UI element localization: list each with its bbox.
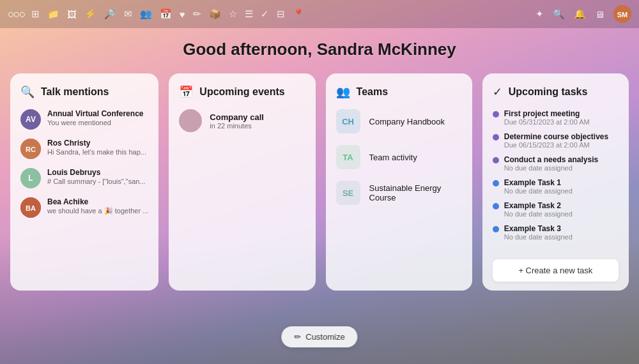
task-details: Example Task 1 No due date assigned [504,178,573,195]
calendar-icon[interactable]: 📅 [160,8,172,20]
activity-icon[interactable]: ⚡ [84,8,96,20]
upcoming-events-header: 📅 Upcoming events [179,85,305,99]
event-dot [179,109,202,132]
favorites-icon[interactable]: ♥ [180,9,185,20]
mention-name: Louis Debruys [47,168,148,177]
talk-mentions-title: Talk mentions [41,86,109,98]
team-name: Company Handbook [369,117,445,126]
task-name: Example Task 1 [504,178,573,187]
task-item[interactable]: Determine course objectives Due 06/15/20… [493,132,619,149]
mention-avatar: AV [20,109,41,130]
mention-text: Louis Debruys # Call summary - ["louis",… [47,168,148,185]
task-name: Example Task 2 [504,201,573,210]
task-name: First project meeting [504,109,590,118]
upcoming-tasks-header: ✓ Upcoming tasks [493,85,619,99]
contacts-icon[interactable]: 🖥 [595,9,604,20]
team-initials: SE [336,181,360,205]
task-name: Determine course objectives [504,132,608,141]
talk-mentions-header: 🔍 Talk mentions [20,85,148,99]
mention-name: Annual Virtual Conference [47,109,148,118]
ai-icon[interactable]: ✦ [535,8,544,20]
event-time: in 22 minutes [210,122,264,130]
task-due: No due date assigned [504,233,573,241]
task-dot [493,203,499,209]
task-item[interactable]: First project meeting Due 05/31/2023 at … [493,109,619,126]
event-details: Company call in 22 minutes [210,112,264,130]
mention-item[interactable]: RC Ros Christy Hi Sandra, let's make thi… [20,139,148,159]
apps-icon[interactable]: ⊞ [31,8,40,20]
task-details: Conduct a needs analysis No due date ass… [504,155,598,172]
teams-header: 👥 Teams [336,85,462,99]
cards-row: 🔍 Talk mentions AV Annual Virtual Confer… [0,73,639,291]
list-icon[interactable]: ☰ [245,8,253,20]
customize-button[interactable]: ✏ Customize [281,326,357,347]
greeting-heading: Good afternoon, Sandra McKinney [183,40,456,59]
maps-icon[interactable]: 📍 [293,8,305,20]
upcoming-events-title: Upcoming events [199,86,284,98]
upcoming-events-card: 📅 Upcoming events Company call in 22 min… [169,73,315,291]
teams-icon: 👥 [336,85,350,99]
mention-item[interactable]: BA Bea Achike we should have a 🎉 togethe… [20,197,148,218]
team-item[interactable]: CH Company Handbook [336,109,462,133]
team-item[interactable]: SE Sustainable Energy Course [336,181,462,205]
mention-preview: Hi Sandra, let's make this hap... [47,148,148,156]
upcoming-tasks-card: ✓ Upcoming tasks First project meeting D… [482,73,629,291]
files-icon[interactable]: 📁 [47,8,59,20]
task-dot [493,111,499,118]
mention-preview: we should have a 🎉 together ... [47,207,148,215]
task-item[interactable]: Example Task 1 No due date assigned [493,178,619,195]
customize-icon: ✏ [294,332,301,342]
mail-icon[interactable]: ✉ [124,8,132,20]
upcoming-tasks-title: Upcoming tasks [509,86,588,98]
task-item[interactable]: Example Task 2 No due date assigned [493,201,619,218]
svg-text:SM: SM [617,11,628,19]
user-avatar[interactable]: SM [613,5,631,23]
tasks-card-icon: ✓ [493,85,502,99]
search-nav-icon[interactable]: 🔎 [104,8,116,20]
grid-icon[interactable]: ⊟ [277,8,285,20]
navbar: ○○○ ⊞ 📁 🖼 ⚡ 🔎 ✉ 👥 📅 ♥ ✏ 📦 ☆ ☰ ✓ ⊟ 📍 ✦ 🔍 … [0,0,639,28]
mention-text: Annual Virtual Conference You were menti… [47,109,148,126]
teams-title: Teams [357,86,389,98]
task-due: Due 05/31/2023 at 2:00 AM [504,118,590,126]
main-content: Good afternoon, Sandra McKinney 🔍 Talk m… [0,28,639,291]
deck-icon[interactable]: 📦 [209,8,221,20]
talk-mentions-icon: 🔍 [20,85,35,99]
talk-mentions-list: AV Annual Virtual Conference You were me… [20,109,148,218]
task-details: Example Task 2 No due date assigned [504,201,573,218]
create-task-button[interactable]: + Create a new task [493,259,619,282]
task-name: Example Task 3 [504,224,573,233]
photos-icon[interactable]: 🖼 [67,9,77,20]
nextcloud-logo[interactable]: ○○○ [8,8,25,21]
search-icon[interactable]: 🔍 [553,8,565,20]
task-due: No due date assigned [504,187,573,195]
team-item[interactable]: TA Team activity [336,145,462,169]
contacts-icon[interactable]: 👥 [140,8,152,20]
mention-preview: You were mentioned [47,119,148,126]
task-due: No due date assigned [504,164,598,172]
teams-list: CH Company Handbook TA Team activity SE [336,109,462,205]
svg-text:BA: BA [26,204,36,212]
event-item[interactable]: Company call in 22 minutes [179,109,305,132]
task-item[interactable]: Example Task 3 No due date assigned [493,224,619,241]
tasks-icon[interactable]: ✓ [261,8,269,20]
task-name: Conduct a needs analysis [504,155,598,164]
event-name: Company call [210,112,264,122]
team-name: Sustainable Energy Course [369,183,462,202]
task-item[interactable]: Conduct a needs analysis No due date ass… [493,155,619,172]
task-details: First project meeting Due 05/31/2023 at … [504,109,590,126]
task-dot [493,226,499,232]
mention-item[interactable]: AV Annual Virtual Conference You were me… [20,109,148,130]
mention-name: Bea Achike [47,197,148,206]
svg-text:RC: RC [26,146,36,153]
task-dot [493,180,499,186]
mention-item[interactable]: L Louis Debruys # Call summary - ["louis… [20,168,148,188]
calendar-card-icon: 📅 [179,85,193,99]
stars-icon[interactable]: ☆ [229,8,237,20]
notifications-icon[interactable]: 🔔 [574,8,586,20]
task-due: No due date assigned [504,210,573,218]
notes-icon[interactable]: ✏ [193,8,201,20]
team-name: Team activity [369,153,417,162]
mention-name: Ros Christy [47,139,148,148]
task-details: Determine course objectives Due 06/15/20… [504,132,608,149]
